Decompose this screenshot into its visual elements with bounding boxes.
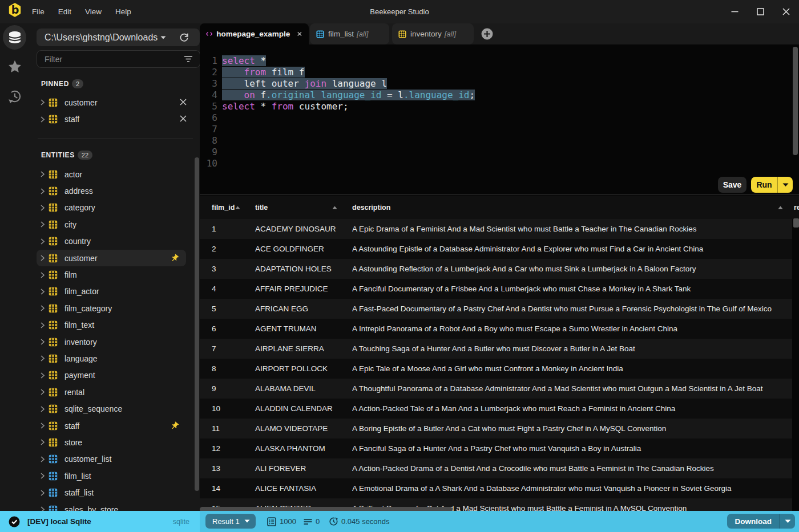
entity-item-film_text[interactable]: film_text	[30, 317, 200, 334]
cell-release_year[interactable]: 2006	[786, 339, 792, 359]
cell-title[interactable]: ACE GOLDFINGER	[243, 239, 340, 259]
cell-film_id[interactable]: 14	[200, 478, 243, 498]
cell-film_id[interactable]: 10	[200, 399, 243, 419]
sort-arrow-icon[interactable]	[778, 206, 783, 209]
cell-title[interactable]: ALABAMA DEVIL	[243, 379, 340, 399]
cell-description[interactable]: A Epic Tale of a Moose And a Girl who mu…	[340, 359, 786, 379]
menu-view[interactable]: View	[84, 6, 102, 17]
chevron-right-icon[interactable]	[41, 305, 45, 311]
run-options-button[interactable]	[778, 183, 793, 187]
database-tab-button[interactable]	[3, 25, 26, 50]
cell-description[interactable]: A Action-Packed Drama of a Dentist And a…	[340, 458, 786, 478]
cell-release_year[interactable]: 2006	[786, 319, 792, 339]
cell-film_id[interactable]: 7	[200, 339, 243, 359]
chevron-right-icon[interactable]	[41, 423, 45, 429]
download-options-button[interactable]	[780, 519, 795, 523]
sidebar-scrollbar[interactable]	[195, 157, 199, 491]
cell-description[interactable]: A Fast-Paced Documentary of a Pastry Che…	[340, 299, 786, 319]
table-row-13[interactable]: 13ALI FOREVERA Action-Packed Drama of a …	[200, 458, 792, 478]
chevron-right-icon[interactable]	[41, 238, 45, 245]
table-row-5[interactable]: 5AFRICAN EGGA Fast-Paced Documentary of …	[200, 299, 792, 319]
cell-description[interactable]: A Emotional Drama of a A Shark And a Dat…	[340, 478, 786, 498]
cell-film_id[interactable]: 4	[200, 279, 243, 299]
chevron-right-icon[interactable]	[41, 473, 45, 479]
pin-icon[interactable]	[170, 421, 179, 431]
sort-arrow-icon[interactable]	[235, 206, 240, 209]
cell-film_id[interactable]: 2	[200, 239, 243, 259]
table-row-11[interactable]: 11ALAMO VIDEOTAPEA Boring Epistle of a B…	[200, 419, 792, 438]
cell-description[interactable]: A Boring Epistle of a Butler And a Cat w…	[340, 419, 786, 438]
chevron-right-icon[interactable]	[41, 372, 45, 379]
unpin-close-icon[interactable]	[180, 115, 187, 122]
unpin-close-icon[interactable]	[180, 99, 187, 105]
table-row-8[interactable]: 8AIRPORT POLLOCKA Epic Tale of a Moose A…	[200, 359, 792, 379]
chevron-right-icon[interactable]	[41, 171, 45, 177]
chevron-right-icon[interactable]	[41, 456, 45, 462]
tab-close-icon[interactable]	[297, 31, 302, 37]
entity-item-sqlite_sequence[interactable]: sqlite_sequence	[30, 400, 200, 417]
chevron-right-icon[interactable]	[41, 205, 45, 211]
cell-title[interactable]: ACADEMY DINOSAUR	[243, 219, 340, 239]
cell-release_year[interactable]: 2006	[786, 239, 792, 259]
pin-icon[interactable]	[170, 254, 179, 263]
cell-title[interactable]: AIRPORT POLLOCK	[243, 359, 340, 379]
table-row-6[interactable]: 6AGENT TRUMANA Intrepid Panorama of a Ro…	[200, 319, 792, 339]
table-row-3[interactable]: 3ADAPTATION HOLESA Astounding Reflection…	[200, 259, 792, 279]
table-row-2[interactable]: 2ACE GOLDFINGERA Astounding Epistle of a…	[200, 239, 792, 259]
menu-file[interactable]: File	[31, 6, 45, 17]
table-row-14[interactable]: 14ALICE FANTASIAA Emotional Drama of a A…	[200, 478, 792, 498]
cell-release_year[interactable]: 2006	[786, 219, 792, 239]
cell-title[interactable]: AIRPLANE SIERRA	[243, 339, 340, 359]
connection-selector[interactable]: C:\Users\ghstng\Downloads	[37, 29, 200, 46]
entity-item-film_actor[interactable]: film_actor	[30, 283, 200, 300]
cell-title[interactable]: ALI FOREVER	[243, 458, 340, 478]
cell-film_id[interactable]: 6	[200, 319, 243, 339]
entity-item-staff[interactable]: staff	[30, 417, 200, 434]
download-button[interactable]: Download	[727, 514, 796, 529]
chevron-right-icon[interactable]	[41, 322, 45, 328]
chevron-right-icon[interactable]	[41, 339, 45, 345]
chevron-right-icon[interactable]	[41, 116, 45, 123]
saved-queries-button[interactable]	[8, 60, 22, 75]
table-row-10[interactable]: 10ALADDIN CALENDARA Action-Packed Tale o…	[200, 399, 792, 419]
cell-release_year[interactable]: 2006	[786, 279, 792, 299]
column-header-title[interactable]: title	[243, 196, 340, 219]
tab-inventory[interactable]: inventory[all]	[392, 23, 474, 44]
menu-help[interactable]: Help	[115, 6, 132, 17]
chevron-right-icon[interactable]	[41, 406, 45, 412]
entity-item-film_category[interactable]: film_category	[30, 300, 200, 316]
chevron-right-icon[interactable]	[41, 221, 45, 228]
sort-arrow-icon[interactable]	[332, 206, 337, 209]
entity-item-customer_list[interactable]: customer_list	[30, 451, 200, 468]
cell-release_year[interactable]: 2006	[786, 399, 792, 419]
pinned-item-staff[interactable]: staff	[30, 111, 200, 127]
pinned-item-customer[interactable]: customer	[30, 94, 200, 111]
entity-item-payment[interactable]: payment	[30, 367, 200, 384]
entity-item-rental[interactable]: rental	[30, 384, 200, 400]
cell-description[interactable]: A Fanciful Saga of a Hunter And a Pastry…	[340, 438, 786, 458]
close-button[interactable]	[773, 0, 799, 23]
table-row-12[interactable]: 12ALASKA PHANTOMA Fanciful Saga of a Hun…	[200, 438, 792, 458]
cell-film_id[interactable]: 5	[200, 299, 243, 319]
table-row-1[interactable]: 1ACADEMY DINOSAURA Epic Drama of a Femin…	[200, 219, 792, 239]
chevron-right-icon[interactable]	[41, 99, 45, 105]
entity-item-customer[interactable]: customer	[30, 250, 200, 266]
entity-item-category[interactable]: category	[30, 200, 200, 216]
entity-item-actor[interactable]: actor	[30, 166, 200, 182]
cell-release_year[interactable]: 2006	[786, 259, 792, 279]
connection-name[interactable]: [DEV] local Sqlite	[27, 517, 91, 526]
cell-description[interactable]: A Action-Packed Tale of a Man And a Lumb…	[340, 399, 786, 419]
editor-scrollbar[interactable]	[793, 47, 798, 155]
query-history-button[interactable]	[8, 90, 22, 105]
sql-editor[interactable]: 1select *2 from film f3 left outer join …	[200, 44, 799, 194]
cell-release_year[interactable]: 2006	[786, 478, 792, 498]
table-row-7[interactable]: 7AIRPLANE SIERRAA Touching Saga of a Hun…	[200, 339, 792, 359]
cell-film_id[interactable]: 1	[200, 219, 243, 239]
cell-release_year[interactable]: 2006	[786, 438, 792, 458]
entity-item-address[interactable]: address	[30, 182, 200, 199]
chevron-right-icon[interactable]	[41, 188, 45, 194]
entity-item-city[interactable]: city	[30, 216, 200, 233]
cell-title[interactable]: ADAPTATION HOLES	[243, 259, 340, 279]
table-row-4[interactable]: 4AFFAIR PREJUDICEA Fanciful Documentary …	[200, 279, 792, 299]
column-header-description[interactable]: description	[340, 196, 786, 219]
